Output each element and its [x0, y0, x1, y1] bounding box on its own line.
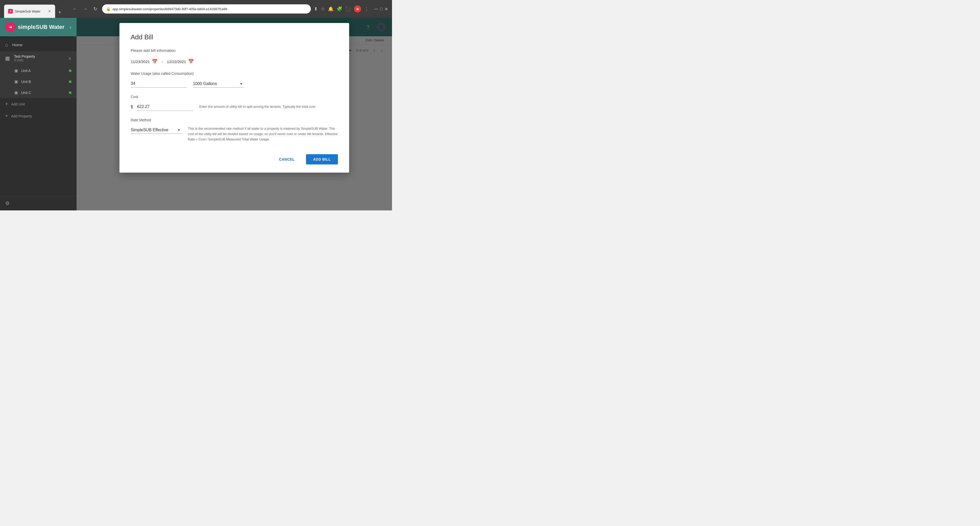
unit-c-status-dot — [69, 91, 72, 94]
sidebar-item-unit-a[interactable]: ▣ Unit A — [0, 65, 76, 76]
browser-actions: ⬆ ☆ 🔔 🧩 ⬛ B ⋮ — □ ✕ — [314, 5, 388, 13]
back-button[interactable]: ← — [72, 5, 79, 13]
cost-prefix: $ — [130, 105, 133, 109]
sidebar-item-unit-c[interactable]: ▣ Unit C — [0, 87, 76, 98]
add-unit-icon: + — [5, 101, 8, 107]
unit-select-wrapper: 1000 Gallons 100 Gallons Gallons CCF HCF… — [193, 80, 244, 88]
home-icon: ⌂ — [5, 42, 8, 48]
rate-select-row: SimpleSUB Effective Flat Rate Custom ▼ T… — [130, 126, 338, 142]
reload-button[interactable]: ↻ — [92, 5, 99, 13]
end-date-field: 12/22/2021 📅 — [167, 59, 194, 64]
property-name: Test Property — [14, 54, 64, 59]
window-controls: — □ ✕ — [374, 6, 388, 11]
sidebar-collapse-button[interactable]: ‹ — [70, 24, 72, 30]
logo-bold: SUB — [36, 24, 48, 30]
app-container: ➜ simpleSUB Water ‹ ⌂ Home ▦ Test Proper… — [0, 18, 392, 210]
cast-icon[interactable]: ⬛ — [345, 6, 351, 12]
unit-b-label: Unit B — [21, 80, 66, 84]
add-bill-modal: Add Bill Please add bill information 11/… — [119, 23, 349, 173]
cost-input[interactable] — [137, 103, 193, 111]
extensions-icon[interactable]: 🧩 — [337, 6, 342, 12]
logo-text: simpleSUB Water — [18, 24, 65, 30]
menu-icon[interactable]: ⋮ — [364, 6, 369, 12]
bookmark-icon[interactable]: ☆ — [321, 6, 325, 12]
rate-method-select[interactable]: SimpleSUB Effective Flat Rate Custom — [130, 126, 182, 134]
modal-subtitle: Please add bill information — [130, 48, 338, 53]
unit-a-label: Unit A — [21, 69, 66, 73]
add-bill-button[interactable]: ADD BILL — [306, 154, 338, 164]
url-text: app.simplesubwater.com/properties/b89473… — [113, 7, 228, 11]
property-units: 3 Units — [14, 59, 64, 62]
modal-actions: CANCEL ADD BILL — [130, 150, 338, 164]
end-date-value: 12/22/2021 — [167, 59, 186, 64]
end-date-calendar-icon[interactable]: 📅 — [188, 59, 194, 64]
rate-method-section: Rate Method SimpleSUB Effective Flat Rat… — [130, 118, 338, 142]
logo: ➜ simpleSUB Water — [5, 22, 65, 32]
settings-icon[interactable]: ⚙ — [5, 201, 10, 206]
sidebar-item-home[interactable]: ⌂ Home — [0, 38, 76, 51]
start-date-value: 11/23/2021 — [130, 59, 150, 64]
forward-button[interactable]: → — [82, 5, 89, 13]
cost-label: Cost — [130, 95, 338, 99]
logo-icon: ➜ — [5, 22, 15, 32]
unit-b-status-dot — [69, 80, 72, 83]
active-tab[interactable]: S SimpleSub Water ✕ — [4, 5, 55, 18]
tab-title: SimpleSub Water — [15, 10, 46, 13]
property-info: Test Property 3 Units — [14, 54, 64, 62]
add-unit-label: Add Unit — [11, 102, 25, 106]
notification-icon[interactable]: 🔔 — [328, 6, 334, 12]
tab-bar: S SimpleSub Water ✕ + — [4, 0, 63, 18]
sidebar-item-unit-b[interactable]: ▣ Unit B — [0, 76, 76, 87]
unit-b-icon: ▣ — [14, 79, 18, 84]
add-property-icon: + — [5, 113, 8, 119]
sidebar: ➜ simpleSUB Water ‹ ⌂ Home ▦ Test Proper… — [0, 18, 76, 210]
usage-input[interactable] — [130, 80, 187, 88]
rate-method-label: Rate Method — [130, 118, 338, 122]
unit-c-label: Unit C — [21, 91, 66, 95]
browser-chrome: S SimpleSub Water ✕ + ← → ↻ 🔒 app.simple… — [0, 0, 392, 18]
sidebar-header: ➜ simpleSUB Water ‹ — [0, 18, 76, 36]
close-window-button[interactable]: ✕ — [385, 6, 388, 11]
logo-plain: simple — [18, 24, 36, 30]
maximize-button[interactable]: □ — [380, 6, 383, 11]
profile-button[interactable]: B — [354, 5, 361, 13]
date-row: 11/23/2021 📅 - 12/22/2021 📅 — [130, 59, 338, 64]
start-date-field: 11/23/2021 📅 — [130, 59, 158, 64]
unit-select[interactable]: 1000 Gallons 100 Gallons Gallons CCF HCF — [193, 80, 244, 88]
water-usage-label: Water Usage (also called Consumption) — [130, 72, 338, 76]
cost-section: Cost $ Enter the amount of utility bill … — [130, 95, 338, 111]
unit-c-icon: ▣ — [14, 90, 18, 95]
sidebar-property-header[interactable]: ▦ Test Property 3 Units ∧ — [0, 51, 76, 65]
unit-a-icon: ▣ — [14, 68, 18, 73]
share-icon[interactable]: ⬆ — [314, 6, 318, 12]
rate-select-wrapper: SimpleSUB Effective Flat Rate Custom ▼ — [130, 126, 182, 134]
sidebar-nav: ⌂ Home ▦ Test Property 3 Units ∧ ▣ Unit … — [0, 36, 76, 196]
tab-favicon: S — [8, 9, 13, 14]
unit-a-status-dot — [69, 69, 72, 72]
home-label: Home — [12, 43, 22, 47]
sidebar-footer: ⚙ — [0, 196, 76, 210]
rate-method-description: This is the recommended rate method if a… — [188, 126, 338, 142]
cost-input-row: $ Enter the amount of utility bill to sp… — [130, 103, 338, 111]
new-tab-button[interactable]: + — [56, 7, 63, 18]
date-separator: - — [161, 59, 164, 64]
tab-close-button[interactable]: ✕ — [48, 9, 51, 13]
expand-icon: ∧ — [68, 56, 72, 61]
main-content: ? 👤 ant Costs Edit / Delete Rows per pag… — [76, 18, 392, 210]
logo-suffix: Water — [48, 24, 64, 30]
modal-title: Add Bill — [130, 33, 338, 41]
cost-hint: Enter the amount of utility bill to spli… — [199, 104, 316, 109]
property-icon: ▦ — [5, 55, 10, 61]
address-bar[interactable]: 🔒 app.simplesubwater.com/properties/b894… — [102, 4, 311, 14]
modal-overlay: Add Bill Please add bill information 11/… — [76, 18, 392, 210]
add-property-label: Add Property — [11, 114, 32, 118]
start-date-calendar-icon[interactable]: 📅 — [152, 59, 158, 64]
sidebar-add-property[interactable]: + Add Property — [0, 110, 76, 122]
cancel-button[interactable]: CANCEL — [272, 154, 302, 164]
minimize-button[interactable]: — — [374, 6, 378, 11]
sidebar-add-unit[interactable]: + Add Unit — [0, 98, 76, 110]
water-usage-row: 1000 Gallons 100 Gallons Gallons CCF HCF… — [130, 80, 338, 88]
sidebar-property: ▦ Test Property 3 Units ∧ ▣ Unit A ▣ Un — [0, 51, 76, 98]
